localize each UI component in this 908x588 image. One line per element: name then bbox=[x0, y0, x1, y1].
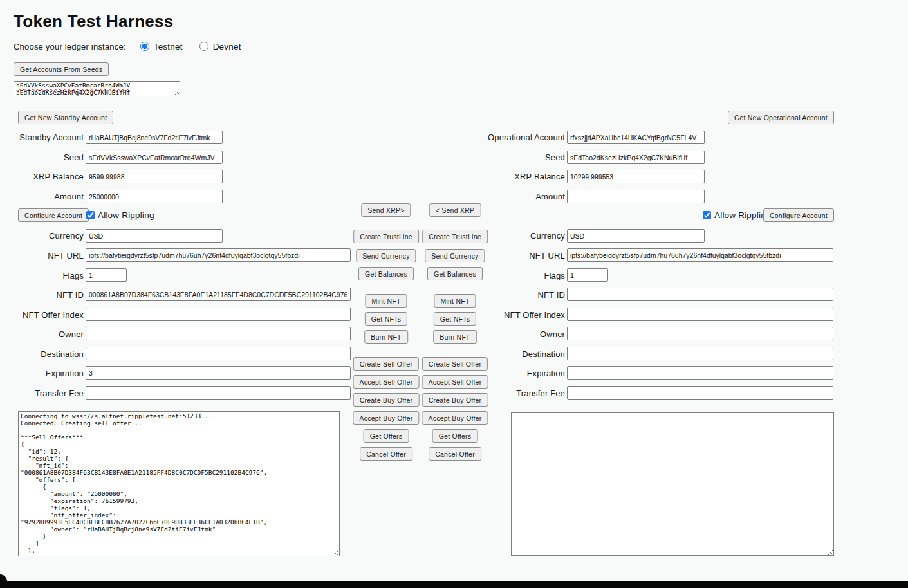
standby-cancel-offer-button[interactable]: Cancel Offer bbox=[360, 447, 412, 461]
standby-mint-nft-button[interactable]: Mint NFT bbox=[365, 294, 407, 308]
standby-flags-label: Flags bbox=[0, 271, 84, 280]
standby-transfer-fee-label: Transfer Fee bbox=[0, 389, 84, 398]
standby-owner-field[interactable] bbox=[86, 327, 351, 340]
operational-nft-url-field[interactable] bbox=[567, 248, 833, 262]
standby-amount-label: Amount bbox=[0, 192, 84, 201]
standby-amount-field[interactable] bbox=[86, 190, 223, 203]
get-accounts-from-seeds-button[interactable]: Get Accounts From Seeds bbox=[14, 62, 109, 76]
standby-send-xrp-button[interactable]: Send XRP> bbox=[361, 203, 411, 217]
operational-accept-sell-offer-button[interactable]: Accept Sell Offer bbox=[422, 375, 488, 389]
standby-destination-label: Destination bbox=[0, 349, 84, 359]
standby-get-offers-button[interactable]: Get Offers bbox=[364, 429, 409, 443]
standby-nft-offer-index-field[interactable] bbox=[86, 308, 351, 321]
standby-get-nfts-button[interactable]: Get NFTs bbox=[365, 312, 407, 326]
operational-get-nfts-button[interactable]: Get NFTs bbox=[434, 312, 476, 326]
operational-amount-label: Amount bbox=[412, 192, 565, 201]
operational-send-xrp-button[interactable]: < Send XRP bbox=[429, 203, 481, 217]
operational-currency-field[interactable] bbox=[567, 229, 705, 243]
operational-create-buy-offer-button[interactable]: Create Buy Offer bbox=[422, 393, 488, 407]
operational-transfer-fee-field[interactable] bbox=[567, 386, 833, 400]
testnet-radio-label[interactable]: Testnet bbox=[154, 42, 183, 51]
operational-nft-offer-index-field[interactable] bbox=[567, 308, 833, 321]
operational-amount-field[interactable] bbox=[567, 190, 705, 203]
operational-seed-label: Seed bbox=[412, 152, 565, 162]
standby-xrp-balance-label: XRP Balance bbox=[0, 172, 84, 181]
operational-results-textarea[interactable] bbox=[511, 412, 834, 556]
standby-accept-buy-offer-button[interactable]: Accept Buy Offer bbox=[353, 411, 419, 425]
testnet-radio[interactable] bbox=[140, 42, 149, 51]
operational-send-currency-button[interactable]: Send Currency bbox=[425, 249, 485, 262]
standby-xrp-balance-field[interactable] bbox=[86, 170, 223, 183]
ledger-label: Choose your ledger instance: bbox=[14, 42, 126, 51]
standby-currency-label: Currency bbox=[0, 231, 84, 241]
standby-nft-id-field[interactable] bbox=[86, 288, 351, 301]
operational-get-offers-button[interactable]: Get Offers bbox=[432, 429, 478, 443]
get-new-operational-account-button[interactable]: Get New Operational Account bbox=[728, 111, 834, 124]
operational-allow-rippling-label: Allow Rippling bbox=[714, 210, 771, 220]
seeds-textarea[interactable]: sEdVVkSsswaXPCvEatRmcarRrq4WmJV sEdTao2d… bbox=[14, 81, 180, 96]
standby-nft-id-label: NFT ID bbox=[0, 290, 84, 300]
page-title: Token Test Harness bbox=[14, 12, 174, 32]
operational-mint-nft-button[interactable]: Mint NFT bbox=[434, 294, 476, 308]
standby-create-sell-offer-button[interactable]: Create Sell Offer bbox=[353, 357, 419, 371]
standby-expiration-label: Expiration bbox=[0, 369, 84, 378]
standby-get-balances-button[interactable]: Get Balances bbox=[358, 267, 414, 280]
standby-create-trustline-button[interactable]: Create TrustLine bbox=[353, 230, 419, 243]
operational-owner-field[interactable] bbox=[567, 327, 833, 340]
standby-seed-label: Seed bbox=[0, 152, 84, 162]
operational-nft-id-field[interactable] bbox=[567, 288, 833, 301]
devnet-radio-label[interactable]: Devnet bbox=[213, 42, 241, 51]
standby-nft-url-label: NFT URL bbox=[0, 251, 84, 261]
standby-transfer-fee-field[interactable] bbox=[86, 386, 351, 400]
operational-get-balances-button[interactable]: Get Balances bbox=[427, 267, 483, 280]
operational-xrp-balance-field[interactable] bbox=[567, 170, 705, 183]
operational-account-field[interactable] bbox=[567, 131, 705, 144]
operational-seed-field[interactable] bbox=[567, 151, 705, 164]
operational-create-trustline-button[interactable]: Create TrustLine bbox=[422, 230, 488, 243]
standby-allow-rippling-label: Allow Rippling bbox=[98, 210, 154, 220]
operational-burn-nft-button[interactable]: Burn NFT bbox=[433, 330, 477, 344]
operational-configure-account-button[interactable]: Configure Account bbox=[763, 208, 834, 222]
standby-owner-label: Owner bbox=[0, 329, 84, 339]
devnet-radio[interactable] bbox=[199, 42, 208, 51]
ledger-chooser: Choose your ledger instance: Testnet Dev… bbox=[14, 40, 241, 53]
operational-create-sell-offer-button[interactable]: Create Sell Offer bbox=[422, 357, 488, 371]
standby-flags-field[interactable] bbox=[86, 268, 127, 282]
standby-accept-sell-offer-button[interactable]: Accept Sell Offer bbox=[353, 375, 420, 389]
operational-accept-buy-offer-button[interactable]: Accept Buy Offer bbox=[422, 411, 488, 425]
operational-flags-field[interactable] bbox=[567, 268, 608, 282]
operational-account-label: Operational Account bbox=[412, 133, 565, 142]
operational-expiration-field[interactable] bbox=[567, 366, 833, 380]
standby-results-textarea[interactable]: Connecting to wss://s.altnet.rippletest.… bbox=[18, 411, 340, 556]
standby-create-buy-offer-button[interactable]: Create Buy Offer bbox=[353, 393, 420, 407]
standby-nft-url-field[interactable] bbox=[86, 248, 351, 262]
standby-seed-field[interactable] bbox=[86, 151, 223, 164]
standby-destination-field[interactable] bbox=[86, 347, 351, 360]
standby-nft-offer-index-label: NFT Offer Index bbox=[0, 310, 84, 320]
standby-send-currency-button[interactable]: Send Currency bbox=[356, 249, 416, 262]
standby-account-label: Standby Account bbox=[0, 133, 84, 142]
operational-allow-rippling-checkbox[interactable] bbox=[703, 211, 711, 219]
operational-xrp-balance-label: XRP Balance bbox=[412, 172, 565, 181]
bottom-bar bbox=[0, 581, 908, 588]
get-new-standby-account-button[interactable]: Get New Standby Account bbox=[18, 111, 113, 124]
standby-currency-field[interactable] bbox=[86, 229, 223, 243]
operational-destination-field[interactable] bbox=[567, 347, 833, 360]
standby-burn-nft-button[interactable]: Burn NFT bbox=[364, 330, 408, 344]
standby-expiration-field[interactable] bbox=[86, 366, 351, 380]
standby-allow-rippling-checkbox[interactable] bbox=[86, 211, 95, 219]
standby-configure-account-button[interactable]: Configure Account bbox=[18, 208, 89, 222]
operational-cancel-offer-button[interactable]: Cancel Offer bbox=[429, 447, 481, 461]
standby-account-field[interactable] bbox=[86, 131, 223, 144]
